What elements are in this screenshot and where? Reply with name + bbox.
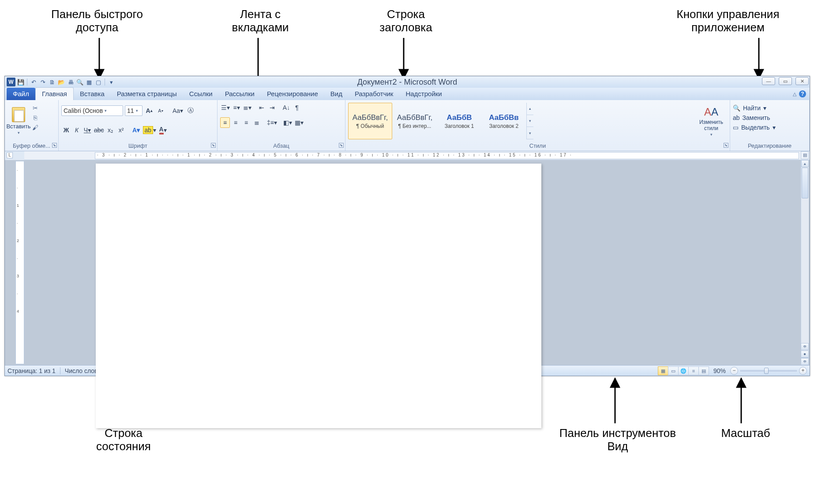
line-spacing-icon[interactable]: ‡≡▾ — [266, 117, 278, 128]
indent-icon[interactable]: ⇥ — [267, 102, 277, 113]
styles-scroll[interactable]: ▴▾▾ — [526, 103, 533, 139]
scroll-up-icon[interactable]: ▴ — [801, 160, 809, 167]
view-outline[interactable]: ≡ — [688, 366, 699, 375]
qat-open-icon[interactable]: 📂 — [57, 78, 65, 86]
font-color-icon[interactable]: A▾ — [158, 125, 168, 135]
align-right-icon[interactable]: ≡ — [241, 117, 251, 128]
view-draft[interactable]: ▤ — [698, 366, 709, 375]
tab-file[interactable]: Файл — [7, 88, 35, 100]
ruler-horizontal[interactable]: · 3 · ı · 2 · ı · 1 · ı · · · ı · 1 · ı … — [24, 151, 810, 160]
shading-icon[interactable]: ◧▾ — [282, 117, 293, 128]
highlight-icon[interactable]: ab▾ — [142, 125, 158, 135]
tab-developer[interactable]: Разработчик — [349, 88, 399, 100]
window-title: Документ2 - Microsoft Word — [357, 78, 458, 87]
style-heading1[interactable]: АаБбВ Заголовок 1 — [437, 103, 481, 139]
qat-print-icon[interactable]: 🖶 — [67, 78, 75, 86]
font-size-combo[interactable]: 11▾ — [125, 105, 143, 116]
qat-customize-dropdown[interactable]: ▾ — [107, 78, 115, 86]
style-no-spacing[interactable]: АаБбВвГг, ¶ Без интер... — [393, 103, 437, 139]
select-button[interactable]: ▭Выделить ▾ — [733, 124, 776, 131]
qat-redo-icon[interactable]: ↷ — [39, 78, 47, 86]
text-effects-icon[interactable]: A▾ — [131, 125, 141, 135]
browse-next-icon[interactable]: ≑ — [801, 358, 809, 365]
styles-launcher[interactable]: ⬊ — [724, 143, 728, 148]
zoom-track[interactable] — [740, 370, 797, 372]
minimize-button[interactable]: — — [762, 77, 775, 85]
zoom-out-button[interactable]: − — [730, 367, 738, 375]
browse-object-controls: ≑ ● ≑ — [801, 343, 809, 365]
font-name-combo[interactable]: Calibri (Основ▾ — [61, 105, 123, 116]
change-styles-button[interactable]: AA Изменить стили ▾ — [695, 102, 727, 140]
style-normal[interactable]: АаБбВвГг, ¶ Обычный — [348, 103, 392, 139]
sort-icon[interactable]: A↓ — [281, 102, 291, 113]
style-heading2[interactable]: АаБбВв Заголовок 2 — [482, 103, 526, 139]
close-button[interactable]: ✕ — [795, 77, 809, 85]
tab-insert[interactable]: Вставка — [74, 88, 111, 100]
tab-page-layout[interactable]: Разметка страницы — [111, 88, 183, 100]
tab-stop-selector[interactable]: L — [7, 152, 13, 158]
grow-font-icon[interactable]: A▴ — [144, 105, 154, 116]
show-marks-icon[interactable]: ¶ — [292, 102, 302, 113]
qat-blank-icon[interactable]: ▢ — [94, 78, 102, 86]
qat-undo-icon[interactable]: ↶ — [30, 78, 38, 86]
window-controls: — ▭ ✕ — [762, 77, 809, 85]
clear-format-icon[interactable]: Ⓐ — [186, 105, 195, 116]
status-page[interactable]: Страница: 1 из 1 — [8, 367, 56, 374]
zoom-percent[interactable]: 90% — [713, 367, 726, 374]
borders-icon[interactable]: ▦▾ — [294, 117, 304, 128]
tab-review[interactable]: Рецензирование — [261, 88, 324, 100]
bullets-icon[interactable]: ☰▾ — [220, 102, 231, 113]
callout-view-toolbar: Панель инструментов Вид — [543, 427, 693, 453]
ruler-toggle-button[interactable]: ▤ — [801, 151, 809, 159]
ruler-vertical[interactable]: · · 1 · 2 · 3 · 4 — [15, 161, 24, 364]
view-full-reading[interactable]: ▭ — [668, 366, 679, 375]
bold-button[interactable]: Ж — [61, 125, 71, 135]
tab-home[interactable]: Главная — [35, 87, 74, 100]
format-painter-icon[interactable]: 🖌 — [31, 124, 39, 131]
help-icon[interactable]: ? — [799, 90, 806, 97]
para-launcher[interactable]: ⬊ — [339, 143, 344, 148]
align-left-icon[interactable]: ≡ — [220, 117, 230, 128]
browse-select-icon[interactable]: ● — [801, 351, 809, 358]
replace-button[interactable]: abЗаменить — [733, 114, 776, 121]
zoom-in-button[interactable]: + — [799, 367, 807, 375]
find-button[interactable]: 🔍Найти ▾ — [733, 105, 776, 112]
browse-prev-icon[interactable]: ≑ — [801, 343, 809, 350]
tab-mailings[interactable]: Рассылки — [219, 88, 261, 100]
italic-button[interactable]: К — [72, 125, 82, 135]
shrink-font-icon[interactable]: A▾ — [156, 105, 165, 116]
view-web[interactable]: 🌐 — [678, 366, 689, 375]
maximize-button[interactable]: ▭ — [779, 77, 792, 85]
copy-icon[interactable]: ⎘ — [31, 114, 39, 121]
scroll-thumb[interactable] — [802, 168, 808, 198]
subscript-button[interactable]: x₂ — [106, 125, 116, 135]
group-clipboard-label: Буфер обме...⬊ — [5, 142, 58, 151]
tab-view[interactable]: Вид — [324, 88, 349, 100]
justify-icon[interactable]: ≣ — [252, 117, 262, 128]
outdent-icon[interactable]: ⇤ — [257, 102, 266, 113]
zoom-thumb[interactable] — [764, 368, 769, 374]
font-launcher[interactable]: ⬊ — [211, 143, 216, 148]
qat-custom-icon[interactable]: ▦ — [85, 78, 93, 86]
strike-button[interactable]: abc — [93, 125, 105, 135]
clipboard-launcher[interactable]: ⬊ — [52, 143, 57, 148]
view-print-layout[interactable]: ▦ — [658, 366, 668, 375]
qat-preview-icon[interactable]: 🔍 — [76, 78, 84, 86]
multilevel-icon[interactable]: ≣▾ — [242, 102, 252, 113]
group-editing-label: Редактирование — [730, 142, 809, 151]
superscript-button[interactable]: x² — [116, 125, 126, 135]
change-case-icon[interactable]: Aa▾ — [172, 105, 184, 116]
cut-icon[interactable]: ✂ — [31, 105, 39, 112]
qat-save-icon[interactable]: 💾 — [17, 78, 25, 86]
tab-references[interactable]: Ссылки — [183, 88, 219, 100]
minimize-ribbon-icon[interactable]: △ — [793, 91, 796, 97]
align-center-icon[interactable]: ≡ — [231, 117, 240, 128]
qat-new-icon[interactable]: 🗎 — [48, 78, 56, 86]
numbering-icon[interactable]: ≡▾ — [232, 102, 241, 113]
document-page[interactable] — [96, 164, 541, 428]
tab-addins[interactable]: Надстройки — [399, 88, 448, 100]
vertical-scrollbar[interactable]: ▴ ▾ — [801, 160, 809, 365]
paste-button[interactable]: Вставить ▾ — [8, 102, 30, 140]
app-icon[interactable]: W — [7, 78, 15, 86]
underline-button[interactable]: Ч▾ — [83, 125, 92, 135]
